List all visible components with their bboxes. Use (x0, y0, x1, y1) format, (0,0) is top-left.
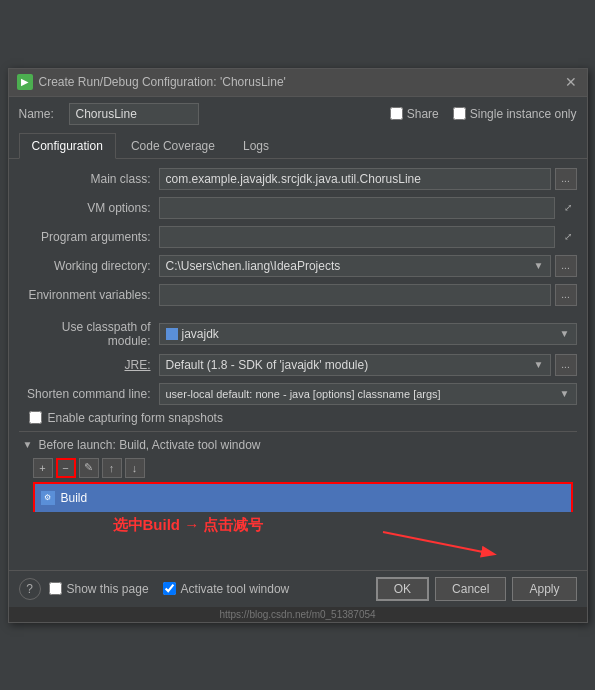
activate-tool-window-checkbox[interactable] (163, 582, 176, 595)
share-checkbox[interactable] (390, 107, 403, 120)
program-args-row: Program arguments: ⤢ (19, 225, 577, 249)
ok-button[interactable]: OK (376, 577, 429, 601)
close-button[interactable]: ✕ (563, 74, 579, 90)
working-dir-row: Working directory: C:\Users\chen.liang\I… (19, 254, 577, 278)
cancel-button[interactable]: Cancel (435, 577, 506, 601)
vm-options-row: VM options: ⤢ (19, 196, 577, 220)
footer-row: ? Show this page Activate tool window OK… (9, 570, 587, 607)
env-vars-label: Environment variables: (19, 288, 159, 302)
launch-item-build-label: Build (61, 491, 88, 505)
env-vars-field: ... (159, 284, 577, 306)
jre-select[interactable]: Default (1.8 - SDK of 'javajdk' module) … (159, 354, 551, 376)
collapse-arrow-icon[interactable]: ▼ (23, 439, 33, 450)
jre-browse-button[interactable]: ... (555, 354, 577, 376)
program-args-field: ⤢ (159, 226, 577, 248)
tabs-bar: Configuration Code Coverage Logs (9, 131, 587, 159)
working-dir-value: C:\Users\chen.liang\IdeaProjects (166, 259, 341, 273)
working-dir-arrow: ▼ (534, 260, 544, 271)
watermark: https://blog.csdn.net/m0_51387054 (9, 607, 587, 622)
content-area: Main class: ... VM options: ⤢ Program ar… (9, 159, 587, 570)
header-row: Name: Share Single instance only (9, 97, 587, 131)
main-class-input[interactable] (159, 168, 551, 190)
main-class-field: ... (159, 168, 577, 190)
move-up-launch-button[interactable]: ↑ (102, 458, 122, 478)
share-label: Share (407, 107, 439, 121)
capturing-checkbox[interactable] (29, 411, 42, 424)
annotation-overlay: 选中Build → 点击减号 (33, 512, 573, 562)
main-class-label: Main class: (19, 172, 159, 186)
capturing-label[interactable]: Enable capturing form snapshots (29, 411, 223, 425)
svg-line-0 (383, 532, 493, 554)
vm-options-label: VM options: (19, 201, 159, 215)
tab-logs[interactable]: Logs (230, 133, 282, 158)
single-instance-checkbox[interactable] (453, 107, 466, 120)
shorten-cmd-row: Shorten command line: user-local default… (19, 382, 577, 406)
vm-options-field: ⤢ (159, 197, 577, 219)
before-launch-title: Before launch: Build, Activate tool wind… (38, 438, 260, 452)
app-icon: ▶ (17, 74, 33, 90)
classpath-value: javajdk (182, 327, 219, 341)
move-down-launch-button[interactable]: ↓ (125, 458, 145, 478)
add-launch-button[interactable]: + (33, 458, 53, 478)
vm-options-input[interactable] (159, 197, 555, 219)
watermark-text: https://blog.csdn.net/m0_51387054 (219, 609, 375, 620)
section-divider (19, 431, 577, 432)
show-this-page-checkbox[interactable] (49, 582, 62, 595)
header-options: Share Single instance only (390, 107, 577, 121)
env-vars-input[interactable] (159, 284, 551, 306)
main-class-browse-button[interactable]: ... (555, 168, 577, 190)
footer-checkbox-area: Show this page Activate tool window (49, 582, 368, 596)
vm-options-expand-button[interactable]: ⤢ (559, 197, 577, 219)
program-args-label: Program arguments: (19, 230, 159, 244)
working-dir-label: Working directory: (19, 259, 159, 273)
jre-arrow: ▼ (534, 359, 544, 370)
program-args-expand-button[interactable]: ⤢ (559, 226, 577, 248)
tab-configuration[interactable]: Configuration (19, 133, 116, 159)
app-icon-symbol: ▶ (21, 77, 28, 87)
program-args-input[interactable] (159, 226, 555, 248)
jre-field: Default (1.8 - SDK of 'javajdk' module) … (159, 354, 577, 376)
shorten-cmd-value: user-local default: none - java [options… (166, 388, 441, 400)
single-instance-checkbox-label[interactable]: Single instance only (453, 107, 577, 121)
env-vars-row: Environment variables: ... (19, 283, 577, 307)
capturing-row: Enable capturing form snapshots (29, 411, 577, 425)
remove-launch-button[interactable]: − (56, 458, 76, 478)
classpath-module-icon (166, 328, 178, 340)
classpath-select[interactable]: javajdk ▼ (159, 323, 577, 345)
capturing-text: Enable capturing form snapshots (48, 411, 223, 425)
working-dir-browse-button[interactable]: ... (555, 255, 577, 277)
launch-item-build[interactable]: ⚙ Build (35, 484, 571, 512)
jre-row: JRE: Default (1.8 - SDK of 'javajdk' mod… (19, 353, 577, 377)
share-checkbox-label[interactable]: Share (390, 107, 439, 121)
show-this-page-text: Show this page (67, 582, 149, 596)
jre-label: JRE: (19, 358, 159, 372)
apply-button[interactable]: Apply (512, 577, 576, 601)
help-button[interactable]: ? (19, 578, 41, 600)
toolbar-row: + − ✎ ↑ ↓ (33, 458, 573, 478)
classpath-arrow: ▼ (560, 328, 570, 339)
classpath-label: Use classpath of module: (19, 320, 159, 348)
dialog: ▶ Create Run/Debug Configuration: 'Choru… (8, 68, 588, 623)
title-bar: ▶ Create Run/Debug Configuration: 'Choru… (9, 69, 587, 97)
working-dir-field: C:\Users\chen.liang\IdeaProjects ▼ ... (159, 255, 577, 277)
annotation-arrow (33, 512, 573, 562)
name-label: Name: (19, 107, 59, 121)
name-input[interactable] (69, 103, 199, 125)
classpath-field: javajdk ▼ (159, 323, 577, 345)
env-vars-browse-button[interactable]: ... (555, 284, 577, 306)
single-instance-label: Single instance only (470, 107, 577, 121)
tab-code-coverage[interactable]: Code Coverage (118, 133, 228, 158)
jre-value: Default (1.8 - SDK of 'javajdk' module) (166, 358, 369, 372)
title-bar-left: ▶ Create Run/Debug Configuration: 'Choru… (17, 74, 286, 90)
before-launch-header: ▼ Before launch: Build, Activate tool wi… (23, 438, 573, 452)
main-class-row: Main class: ... (19, 167, 577, 191)
working-dir-select[interactable]: C:\Users\chen.liang\IdeaProjects ▼ (159, 255, 551, 277)
build-icon: ⚙ (41, 491, 55, 505)
edit-launch-button[interactable]: ✎ (79, 458, 99, 478)
activate-tool-window-label[interactable]: Activate tool window (163, 582, 290, 596)
classpath-row: Use classpath of module: javajdk ▼ (19, 320, 577, 348)
shorten-cmd-select[interactable]: user-local default: none - java [options… (159, 383, 577, 405)
show-this-page-label[interactable]: Show this page (49, 582, 149, 596)
activate-tool-window-text: Activate tool window (181, 582, 290, 596)
footer-buttons: OK Cancel Apply (376, 577, 577, 601)
